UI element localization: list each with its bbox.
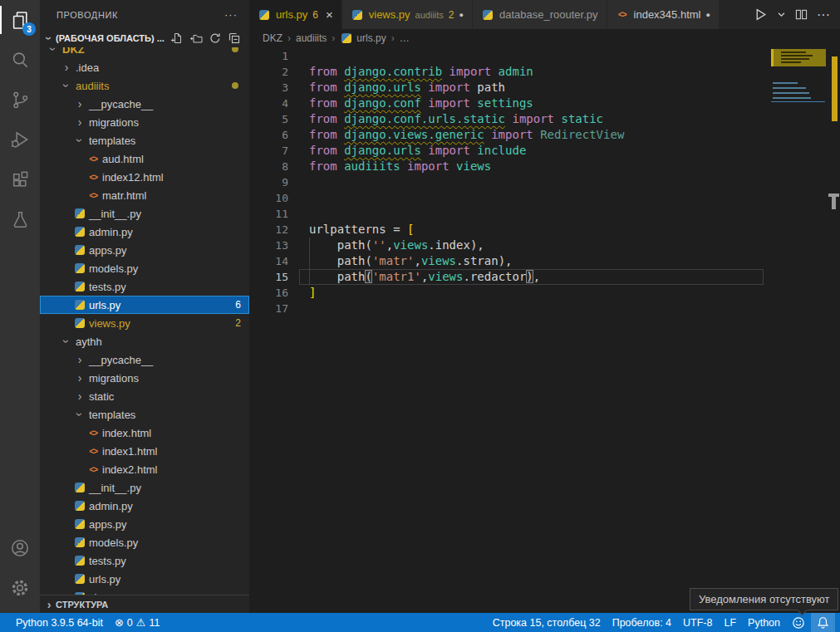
activity-extensions[interactable] <box>0 159 40 199</box>
tree-item-static[interactable]: ›static <box>40 387 249 405</box>
feedback-smiley[interactable] <box>786 613 811 632</box>
tree-item--pycache-[interactable]: ›__pycache__ <box>40 350 249 369</box>
split-editor-icon[interactable] <box>795 8 808 21</box>
chevron-down-icon[interactable] <box>777 10 786 19</box>
activity-source-control[interactable] <box>0 80 40 120</box>
status-encoding[interactable]: UTF-8 <box>677 613 718 632</box>
status-eol[interactable]: LF <box>718 613 742 632</box>
breadcrumb-item[interactable]: urls.py <box>340 32 386 44</box>
tree-item-index.html[interactable]: <>index.html <box>40 424 249 442</box>
tree-item--pycache-[interactable]: ›__pycache__ <box>40 95 249 113</box>
notifications-bell[interactable] <box>811 613 835 632</box>
minimap-code-mark <box>773 82 798 84</box>
overview-ruler[interactable] <box>828 47 840 613</box>
status-indentation[interactable]: Пробелов: 4 <box>607 613 677 632</box>
breadcrumb-item[interactable]: … <box>400 32 410 44</box>
tree-item-admin.py[interactable]: admin.py <box>40 497 249 515</box>
activity-settings[interactable] <box>0 568 40 608</box>
workspace-section-header[interactable]: › (РАБОЧАЯ ОБЛАСТЬ) ... <box>40 29 249 47</box>
line-number: 2 <box>249 64 299 80</box>
run-button[interactable] <box>754 7 768 22</box>
html-icon: <> <box>86 429 100 438</box>
explorer-title: ПРОВОДНИК <box>56 10 118 20</box>
activity-explorer[interactable]: 3 <box>0 0 40 40</box>
tree-item-apps.py[interactable]: apps.py <box>40 241 249 259</box>
tree-item--init-.py[interactable]: __init__.py <box>40 204 249 223</box>
minimap[interactable] <box>771 49 828 165</box>
file-tree: ›DKZ›.idea›audiiits›__pycache__›migratio… <box>40 47 249 595</box>
tab-urls.py[interactable]: urls.py6× <box>249 0 342 29</box>
tree-item-migrations[interactable]: ›migrations <box>40 113 249 131</box>
tree-item-aud.html[interactable]: <>aud.html <box>40 149 249 168</box>
activity-accounts[interactable] <box>0 528 40 568</box>
tree-item-audiiits[interactable]: ›audiiits <box>40 76 249 95</box>
code-line: 16] <box>249 285 840 301</box>
status-left: Python 3.9.5 64-bit⊗0⚠11 <box>10 613 165 632</box>
activity-search[interactable] <box>0 40 40 80</box>
refresh-icon[interactable] <box>209 32 222 45</box>
sidebar-explorer: ПРОВОДНИК ··· › (РАБОЧАЯ ОБЛАСТЬ) ... ›D… <box>40 0 249 613</box>
code-line: 12urlpatterns = [ <box>249 222 840 238</box>
tree-item-.idea[interactable]: ›.idea <box>40 58 249 76</box>
outline-section-header[interactable]: › СТРУКТУРА <box>40 595 249 613</box>
tree-item-label: audiiits <box>76 80 109 92</box>
tree-item-tests.py[interactable]: tests.py <box>40 277 249 296</box>
tree-item-models.py[interactable]: models.py <box>40 259 249 277</box>
new-file-icon[interactable] <box>170 32 184 45</box>
status-language-mode[interactable]: Python <box>742 613 786 632</box>
notifications-tooltip: Уведомления отсутствуют <box>690 588 838 610</box>
tree-item-admin.py[interactable]: admin.py <box>40 223 249 241</box>
code-editor[interactable]: 12from django.contrib import admin3from … <box>249 47 840 613</box>
tree-item-index1.html[interactable]: <>index1.html <box>40 442 249 460</box>
tree-item-index12.html[interactable]: <>index12.html <box>40 168 249 186</box>
tree-item-templates[interactable]: ›templates <box>40 131 249 149</box>
python-icon <box>73 263 86 273</box>
tree-item-matr.html[interactable]: <>matr.html <box>40 186 249 204</box>
status-label: UTF-8 <box>683 617 712 629</box>
tree-item-apps.py[interactable]: apps.py <box>40 515 249 533</box>
code-line-text: ] <box>299 285 764 301</box>
editor-actions: ··· <box>744 0 840 29</box>
tree-item-views.py[interactable]: views.py2 <box>40 314 249 332</box>
problems-badge: 2 <box>235 317 241 329</box>
search-icon <box>9 49 31 71</box>
tree-item--init-.py[interactable]: __init__.py <box>40 478 249 497</box>
code-line: 17 <box>249 301 840 316</box>
tree-item-tests.py[interactable]: tests.py <box>40 551 249 570</box>
tree-item-label: tests.py <box>89 281 126 293</box>
chevron-down-icon: › <box>74 408 86 421</box>
python-icon <box>73 537 86 547</box>
tab-database-roouter.py[interactable]: database_roouter.py <box>473 0 607 29</box>
tab-label: views.py <box>369 8 410 21</box>
tab-index345.html[interactable]: <>index345.html● <box>607 0 720 29</box>
new-folder-icon[interactable] <box>189 32 203 45</box>
tree-item-aythh[interactable]: ›aythh <box>40 332 249 350</box>
tree-item-urls.py[interactable]: urls.py6 <box>40 296 249 314</box>
chevron-right-icon: › <box>73 390 86 402</box>
code-line-text: from django.conf import settings <box>299 96 764 111</box>
code-line: 5from django.conf.urls.static import sta… <box>249 111 840 127</box>
breadcrumb-item[interactable]: DKZ <box>263 32 282 44</box>
tree-item-index2.html[interactable]: <>index2.html <box>40 460 249 478</box>
line-number: 11 <box>249 206 299 222</box>
tab-views.py[interactable]: views.pyaudiiits2● <box>342 0 473 29</box>
breadcrumb-item[interactable]: audiiits <box>296 32 327 44</box>
tree-item-templates[interactable]: ›templates <box>40 405 249 424</box>
tree-item-views.py[interactable]: views.py <box>40 588 249 595</box>
status-python-interpreter[interactable]: Python 3.9.5 64-bit <box>10 613 109 632</box>
tree-item-dkz[interactable]: ›DKZ <box>40 47 249 58</box>
tree-item-label: .idea <box>76 61 99 74</box>
status-problems[interactable]: ⊗0⚠11 <box>109 613 166 632</box>
more-actions-icon[interactable]: ··· <box>224 8 238 21</box>
tree-item-urls.py[interactable]: urls.py <box>40 570 249 588</box>
activity-run-debug[interactable] <box>0 120 40 159</box>
beaker-icon <box>10 209 31 230</box>
tree-item-models.py[interactable]: models.py <box>40 533 249 551</box>
status-cursor-position[interactable]: Строка 15, столбец 32 <box>487 613 607 632</box>
line-number: 5 <box>249 111 299 127</box>
tree-item-migrations[interactable]: ›migrations <box>40 369 249 387</box>
collapse-all-icon[interactable] <box>228 32 241 45</box>
more-actions-icon[interactable]: ··· <box>817 7 830 22</box>
close-icon[interactable]: × <box>326 8 333 21</box>
activity-testing[interactable] <box>0 199 40 239</box>
